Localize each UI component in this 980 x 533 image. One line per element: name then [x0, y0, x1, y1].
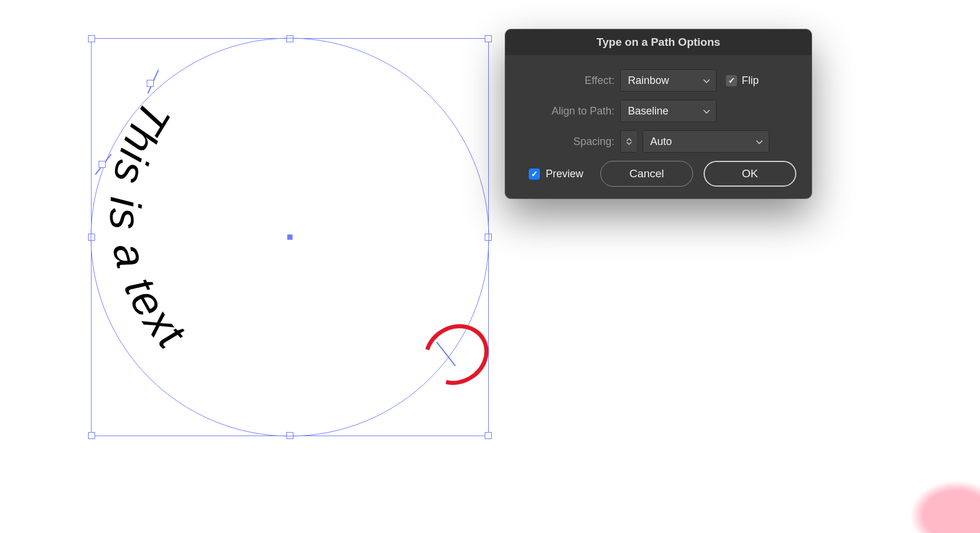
ok-button[interactable]: OK: [704, 161, 796, 187]
resize-handle-middle-left[interactable]: [88, 234, 95, 241]
selection-bounding-box[interactable]: [91, 38, 489, 436]
preview-checkbox[interactable]: ✓: [529, 168, 540, 180]
align-label: Align to Path:: [521, 105, 614, 117]
spacing-select-value: Auto: [650, 136, 672, 148]
chevron-down-icon: [756, 136, 763, 148]
document-canvas[interactable]: This is a text Type on a Path Options Ef…: [0, 0, 980, 533]
resize-handle-bottom-left[interactable]: [88, 432, 95, 439]
effect-label: Effect:: [521, 75, 614, 87]
path-start-handle[interactable]: [147, 80, 154, 87]
decorative-blob: [910, 480, 980, 533]
spacing-select[interactable]: Auto: [643, 130, 769, 153]
chevron-down-icon: [703, 75, 710, 87]
resize-handle-top-right[interactable]: [485, 35, 492, 42]
effect-row: Effect: Rainbow ✓ Flip: [521, 69, 796, 92]
selection-center-icon: [288, 235, 293, 240]
resize-handle-top-middle[interactable]: [286, 35, 293, 42]
cancel-button[interactable]: Cancel: [600, 161, 693, 187]
resize-handle-top-left[interactable]: [88, 35, 95, 42]
align-row: Align to Path: Baseline: [521, 100, 796, 122]
effect-select[interactable]: Rainbow: [620, 69, 717, 92]
spacing-stepper[interactable]: [620, 130, 637, 153]
effect-select-value: Rainbow: [628, 75, 669, 87]
path-in-handle[interactable]: [99, 161, 106, 168]
type-on-path-options-dialog: Type on a Path Options Effect: Rainbow ✓…: [505, 29, 812, 198]
dialog-footer: ✓ Preview Cancel OK: [521, 161, 796, 187]
align-select-value: Baseline: [628, 105, 668, 117]
resize-handle-bottom-right[interactable]: [485, 432, 492, 439]
spacing-row: Spacing: Auto: [521, 130, 796, 153]
chevron-down-icon: [626, 141, 632, 145]
resize-handle-bottom-middle[interactable]: [286, 432, 293, 439]
resize-handle-middle-right[interactable]: [485, 234, 492, 241]
flip-label: Flip: [742, 75, 759, 87]
flip-checkbox-group[interactable]: ✓ Flip: [726, 75, 759, 87]
align-select[interactable]: Baseline: [620, 100, 717, 122]
dialog-title: Type on a Path Options: [505, 29, 812, 55]
spacing-label: Spacing:: [521, 136, 614, 148]
preview-label: Preview: [546, 168, 583, 180]
preview-checkbox-group[interactable]: ✓ Preview: [529, 168, 583, 180]
chevron-down-icon: [703, 105, 710, 117]
flip-checkbox[interactable]: ✓: [726, 75, 737, 86]
